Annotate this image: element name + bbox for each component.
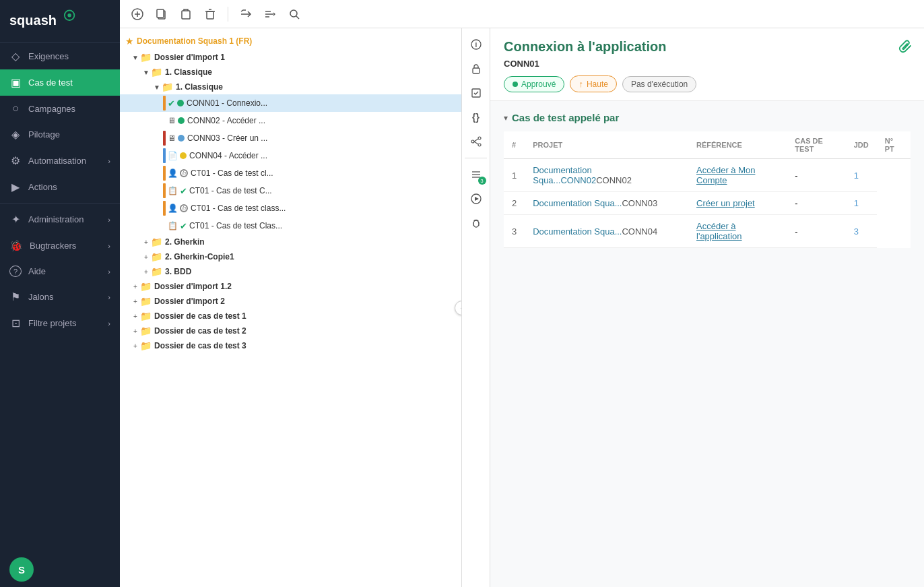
row-project: Documentation Squa...CONN02CONN02 bbox=[525, 159, 688, 192]
tree-item-ct01-clas2[interactable]: 📋 ✔ CT01 - Cas de test Clas... bbox=[120, 217, 461, 235]
tree-item-label: CT01 - Cas de test Clas... bbox=[189, 221, 282, 230]
tree-item-dossier-cas-3[interactable]: + 📁 Dossier de cas de test 3 bbox=[120, 338, 461, 353]
logo[interactable]: squash bbox=[0, 0, 120, 43]
row-num: 2 bbox=[504, 192, 525, 215]
tree-item-conn03[interactable]: 🖥 CONN03 - Créer un ... bbox=[120, 129, 461, 147]
svg-line-24 bbox=[474, 139, 478, 142]
tree-item-dossier-import-12[interactable]: + 📁 Dossier d'import 1.2 bbox=[120, 279, 461, 294]
tree-item-label: 3. BDD bbox=[165, 267, 191, 276]
sidebar-item-aide[interactable]: ? Aide › bbox=[0, 259, 120, 284]
tree-item-label: CT01 - Cas de test class... bbox=[191, 204, 286, 213]
folder-icon: 📁 bbox=[140, 296, 152, 307]
copy-button[interactable] bbox=[152, 6, 171, 22]
user-avatar[interactable]: S bbox=[9, 557, 34, 582]
sidebar-item-jalons[interactable]: ⚑ Jalons › bbox=[0, 284, 120, 310]
tree-item-classique-1[interactable]: ▼ 📁 1. Classique bbox=[120, 65, 461, 80]
tree-item-dossier-import-2[interactable]: + 📁 Dossier d'import 2 bbox=[120, 294, 461, 309]
tree-item-conn01[interactable]: ✔ CONN01 - Connexio... bbox=[120, 94, 461, 112]
svg-rect-19 bbox=[473, 68, 480, 73]
tree-item-gherkin-copie[interactable]: + 📁 2. Gherkin-Copie1 bbox=[120, 249, 461, 264]
tree-item-dossier-cas-1[interactable]: + 📁 Dossier de cas de test 1 bbox=[120, 309, 461, 323]
folder-icon: 📁 bbox=[140, 281, 152, 292]
pilotage-icon: ◈ bbox=[9, 128, 22, 141]
steps-icon-button[interactable]: 3 bbox=[465, 164, 487, 185]
chevron-right-icon: › bbox=[108, 268, 110, 276]
tree-item-label: CT01 - Cas de test C... bbox=[189, 186, 272, 195]
svg-point-31 bbox=[473, 220, 479, 227]
search-button[interactable] bbox=[285, 6, 304, 22]
sidebar-item-administration[interactable]: ✦ Administration › bbox=[0, 206, 120, 233]
tree-item-dossier-cas-2[interactable]: + 📁 Dossier de cas de test 2 bbox=[120, 323, 461, 338]
tree-item-label: Dossier de cas de test 3 bbox=[154, 341, 246, 350]
badge-high-label: Haute bbox=[587, 80, 608, 89]
share-icon-button[interactable] bbox=[465, 131, 487, 152]
svg-rect-9 bbox=[207, 11, 213, 19]
sidebar-footer: S bbox=[0, 552, 120, 587]
row-npt: 3 bbox=[846, 215, 877, 248]
npt-link-2[interactable]: 1 bbox=[854, 198, 859, 208]
person-icon: 👤 bbox=[168, 204, 178, 213]
tree-item-ct01-cl[interactable]: 👤 ⏱ CT01 - Cas de test cl... bbox=[120, 164, 461, 182]
sidebar-item-pilotage[interactable]: ◈ Pilotage bbox=[0, 121, 120, 148]
folder-icon: 📁 bbox=[140, 311, 152, 321]
filter-icon: ⊡ bbox=[9, 317, 22, 330]
sidebar-nav: ◇ Exigences ▣ Cas de test ○ Campagnes ◈ … bbox=[0, 43, 120, 552]
badge-high[interactable]: ↑ Haute bbox=[570, 75, 617, 92]
col-project: PROJET bbox=[525, 131, 688, 159]
sidebar-item-label: Jalons bbox=[28, 292, 54, 302]
sidebar-item-automatisation[interactable]: ⚙ Automatisation › bbox=[0, 148, 120, 174]
collapse-icon: ▼ bbox=[152, 84, 162, 91]
test-case-link-3[interactable]: Accéder à l'application bbox=[696, 221, 742, 241]
tree-item-label: CONN03 - Créer un ... bbox=[187, 133, 267, 143]
test-case-link-1[interactable]: Accéder à Mon Compte bbox=[696, 165, 755, 185]
bug-icon-button[interactable] bbox=[465, 212, 487, 234]
sidebar-item-label: Administration bbox=[28, 214, 84, 224]
attachment-icon[interactable] bbox=[898, 39, 913, 56]
sidebar-item-bugtrackers[interactable]: 🐞 Bugtrackers › bbox=[0, 233, 120, 259]
table-header-row: # PROJET RÉFÉRENCE CAS DE TEST JDD N° PT bbox=[504, 131, 911, 159]
badge-noexec[interactable]: Pas d'exécution bbox=[622, 76, 696, 92]
sidebar-item-filtre-projets[interactable]: ⊡ Filtre projets › bbox=[0, 310, 120, 336]
lock-icon-button[interactable] bbox=[465, 58, 487, 80]
expand-icon: + bbox=[131, 298, 140, 305]
test-case-link-2[interactable]: Créer un projet bbox=[696, 198, 755, 208]
row-num: 3 bbox=[504, 215, 525, 248]
sidebar-item-cas-de-test[interactable]: ▣ Cas de test bbox=[0, 69, 120, 96]
info-icon-button[interactable]: i bbox=[465, 34, 487, 55]
section-collapse-button[interactable]: ▾ bbox=[504, 113, 508, 123]
add-button[interactable] bbox=[128, 6, 147, 22]
sidebar-item-label: Campagnes bbox=[28, 104, 75, 114]
color-bar bbox=[163, 166, 166, 181]
expand-icon: + bbox=[131, 283, 140, 290]
transfer-button[interactable] bbox=[236, 6, 255, 22]
sidebar-item-exigences[interactable]: ◇ Exigences bbox=[0, 43, 120, 69]
play-icon-button[interactable] bbox=[465, 188, 487, 210]
steps-badge: 3 bbox=[478, 177, 486, 185]
cas-de-test-icon: ▣ bbox=[9, 76, 22, 89]
tree-item-ct01-class[interactable]: 👤 ⏱ CT01 - Cas de test class... bbox=[120, 199, 461, 217]
tree-item-bdd[interactable]: + 📁 3. BDD bbox=[120, 264, 461, 279]
sort-button[interactable] bbox=[261, 6, 279, 22]
badge-approved[interactable]: Approuvé bbox=[504, 76, 564, 92]
detail-content: ▾ Cas de test appelé par # PROJET RÉFÉRE… bbox=[490, 101, 924, 259]
tree-item-ct01-c[interactable]: 📋 ✔ CT01 - Cas de test C... bbox=[120, 182, 461, 199]
checklist-icon-button[interactable] bbox=[465, 82, 487, 104]
sidebar-item-campagnes[interactable]: ○ Campagnes bbox=[0, 96, 120, 121]
sidebar-item-label: Cas de test bbox=[28, 78, 73, 88]
tree-item-dossier-import-1[interactable]: ▼ 📁 Dossier d'import 1 bbox=[120, 50, 461, 65]
tree-item-classique-1-sub[interactable]: ▼ 📁 1. Classique bbox=[120, 80, 461, 94]
code-icon-button[interactable]: {} bbox=[465, 106, 487, 128]
npt-link-1[interactable]: 1 bbox=[854, 171, 859, 181]
paste-button[interactable] bbox=[176, 6, 195, 22]
sidebar-item-actions[interactable]: ▶ Actions bbox=[0, 174, 120, 200]
tree-item-conn02[interactable]: 🖥 CONN02 - Accéder ... bbox=[120, 112, 461, 129]
tree-root[interactable]: ★ Documentation Squash 1 (FR) bbox=[120, 32, 461, 50]
delete-button[interactable] bbox=[201, 6, 220, 22]
check-icon: ✔ bbox=[180, 221, 187, 231]
collapse-icon: ▼ bbox=[131, 54, 140, 61]
npt-link-3[interactable]: 3 bbox=[854, 226, 859, 237]
tree-item-conn04[interactable]: 📄 CONN04 - Accéder ... bbox=[120, 147, 461, 164]
campagnes-icon: ○ bbox=[9, 102, 22, 115]
tree-item-gherkin[interactable]: + 📁 2. Gherkin bbox=[120, 235, 461, 249]
sidebar-item-label: Automatisation bbox=[28, 156, 86, 166]
